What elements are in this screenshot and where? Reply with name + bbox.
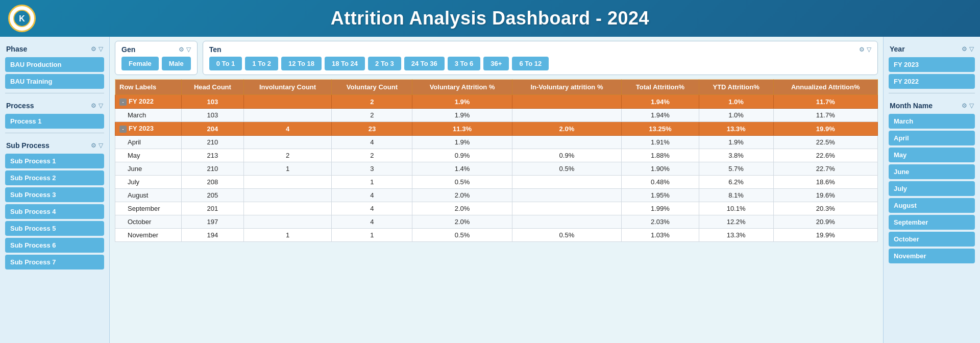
cell-total-att: 1.94%: [622, 109, 699, 122]
process-filter-icon[interactable]: ▽: [99, 102, 103, 109]
cell-label: April: [115, 136, 182, 149]
ten-24to36-btn[interactable]: 24 To 36: [404, 57, 445, 70]
fy2022-btn[interactable]: FY 2022: [889, 74, 975, 89]
fy2023-btn[interactable]: FY 2023: [889, 57, 975, 72]
ten-12to18-btn[interactable]: 12 To 18: [281, 57, 322, 70]
subprocess-sort-icon[interactable]: ⚙: [91, 142, 96, 149]
gen-sort-icon[interactable]: ⚙: [179, 46, 184, 53]
cell-ann-att: 22.7%: [773, 162, 877, 176]
ten-sort-icon[interactable]: ⚙: [859, 46, 865, 53]
cell-head-count: 205: [182, 189, 243, 202]
cell-ann-att: 20.3%: [773, 202, 877, 215]
ten-36plus-btn[interactable]: 36+: [483, 57, 509, 70]
process-title: Process: [6, 102, 34, 110]
phase-sort-icon[interactable]: ⚙: [91, 45, 96, 53]
cell-total-att: 1.95%: [622, 189, 699, 202]
bau-training-btn[interactable]: BAU Training: [5, 74, 104, 89]
subprocess-filter-icon[interactable]: ▽: [99, 142, 103, 149]
cell-vol-count: 1: [332, 176, 412, 189]
col-inv-count: Involuntary Count: [243, 80, 332, 95]
ten-0to1-btn[interactable]: 0 To 1: [209, 57, 242, 70]
col-total-att: Total Attrition%: [622, 80, 699, 95]
ten-1to2-btn[interactable]: 1 To 2: [245, 57, 278, 70]
table-row: September 201 4 2.0% 1.99% 10.1% 20.3%: [115, 202, 878, 215]
female-btn[interactable]: Female: [121, 57, 159, 70]
ten-6to12-btn[interactable]: 6 To 12: [512, 57, 549, 70]
cell-ytd-att: 12.2%: [699, 215, 773, 229]
right-sidebar: Year ⚙ ▽ FY 2023 FY 2022 Month Name ⚙ ▽ …: [883, 37, 980, 343]
cell-ann-att: 11.7%: [773, 109, 877, 122]
cell-ann-att: 22.6%: [773, 149, 877, 162]
september-btn[interactable]: September: [889, 215, 975, 230]
cell-total-att: 13.25%: [622, 122, 699, 136]
cell-head-count: 213: [182, 149, 243, 162]
cell-head-count: 103: [182, 95, 243, 109]
month-sort-icon[interactable]: ⚙: [962, 102, 967, 109]
cell-vol-att: 2.0%: [412, 189, 512, 202]
subprocess4-btn[interactable]: Sub Process 4: [5, 204, 104, 219]
cell-inv-att: [512, 95, 621, 109]
cell-head-count: 197: [182, 215, 243, 229]
month-filter-icon[interactable]: ▽: [969, 102, 974, 109]
cell-vol-count: 23: [332, 122, 412, 136]
cell-ann-att: 22.5%: [773, 136, 877, 149]
cell-inv-count: [243, 176, 332, 189]
ten-filter-header: Ten ⚙ ▽: [209, 45, 871, 54]
subprocess3-btn[interactable]: Sub Process 3: [5, 187, 104, 202]
october-btn[interactable]: October: [889, 232, 975, 247]
subprocess2-btn[interactable]: Sub Process 2: [5, 170, 104, 185]
col-vol-att: Voluntary Attrition %: [412, 80, 512, 95]
bau-production-btn[interactable]: BAU Production: [5, 57, 104, 72]
subprocess1-btn[interactable]: Sub Process 1: [5, 154, 104, 168]
april-btn[interactable]: April: [889, 131, 975, 145]
table-row: July 208 1 0.5% 0.48% 6.2% 18.6%: [115, 176, 878, 189]
cell-vol-count: 4: [332, 215, 412, 229]
year-sort-icon[interactable]: ⚙: [962, 45, 967, 53]
june-btn[interactable]: June: [889, 164, 975, 179]
male-btn[interactable]: Male: [162, 57, 191, 70]
cell-total-att: 2.03%: [622, 215, 699, 229]
subprocess7-btn[interactable]: Sub Process 7: [5, 255, 104, 270]
july-btn[interactable]: July: [889, 181, 975, 196]
cell-total-att: 1.88%: [622, 149, 699, 162]
cell-ytd-att: 6.2%: [699, 176, 773, 189]
cell-vol-count: 2: [332, 95, 412, 109]
cell-ann-att: 19.6%: [773, 189, 877, 202]
gen-filter-header: Gen ⚙ ▽: [121, 45, 191, 54]
ten-2to3-btn[interactable]: 2 To 3: [368, 57, 401, 70]
cell-label: March: [115, 109, 182, 122]
november-btn[interactable]: November: [889, 249, 975, 263]
cell-inv-att: [512, 176, 621, 189]
cell-vol-att: 2.0%: [412, 202, 512, 215]
may-btn[interactable]: May: [889, 148, 975, 162]
cell-inv-att: 0.5%: [512, 229, 621, 242]
col-vol-count: Voluntary Count: [332, 80, 412, 95]
cell-inv-count: 4: [243, 122, 332, 136]
cell-head-count: 194: [182, 229, 243, 242]
svg-text:K: K: [19, 14, 25, 23]
month-title: Month Name: [890, 102, 933, 110]
subprocess5-btn[interactable]: Sub Process 5: [5, 221, 104, 236]
cell-vol-count: 3: [332, 162, 412, 176]
ten-3to6-btn[interactable]: 3 To 6: [448, 57, 481, 70]
march-btn[interactable]: March: [889, 114, 975, 129]
table-row: April 210 4 1.9% 1.91% 1.9% 22.5%: [115, 136, 878, 149]
gen-filter-icon[interactable]: ▽: [186, 46, 191, 53]
process-sort-icon[interactable]: ⚙: [91, 102, 96, 109]
cell-inv-count: [243, 202, 332, 215]
ten-filter-icon[interactable]: ▽: [867, 46, 871, 53]
cell-inv-att: [512, 109, 621, 122]
table-row: August 205 4 2.0% 1.95% 8.1% 19.6%: [115, 189, 878, 202]
cell-vol-att: 0.5%: [412, 229, 512, 242]
subprocess6-btn[interactable]: Sub Process 6: [5, 238, 104, 253]
process1-btn[interactable]: Process 1: [5, 114, 104, 129]
table-row: May 213 2 2 0.9% 0.9% 1.88% 3.8% 22.6%: [115, 149, 878, 162]
cell-label: July: [115, 176, 182, 189]
august-btn[interactable]: August: [889, 198, 975, 213]
ten-18to24-btn[interactable]: 18 To 24: [325, 57, 365, 70]
col-ann-att: Annualized Attrition%: [773, 80, 877, 95]
year-filter-icon[interactable]: ▽: [969, 45, 974, 53]
col-row-labels: Row Labels: [115, 80, 182, 95]
cell-inv-count: [243, 95, 332, 109]
phase-filter-icon[interactable]: ▽: [99, 45, 103, 53]
